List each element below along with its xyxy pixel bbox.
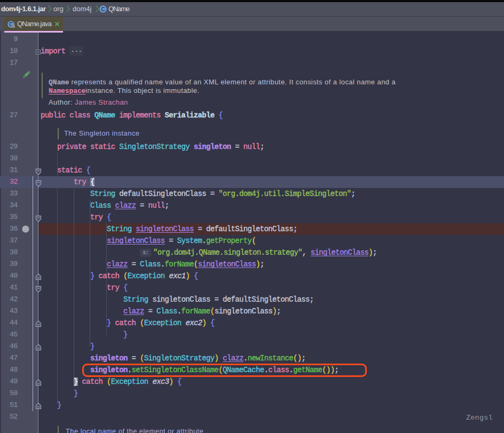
svg-text:C: C — [101, 6, 105, 12]
